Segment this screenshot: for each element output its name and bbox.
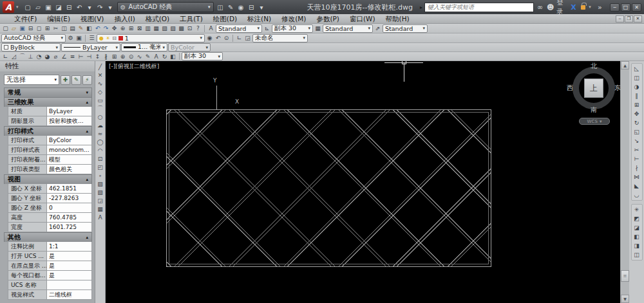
menu-item[interactable]: 格式(O) — [140, 14, 175, 24]
compass-south-label[interactable]: 南 — [591, 106, 597, 115]
property-value[interactable]: 投射和接收... — [47, 116, 91, 125]
dim-diameter-icon[interactable]: ⌀ — [52, 53, 60, 60]
dim-arc-length-icon[interactable]: ⌒ — [18, 53, 26, 60]
region-icon[interactable]: ◲ — [96, 196, 105, 205]
dim-text-edit-icon[interactable]: A — [152, 53, 160, 60]
linetype-combo[interactable]: ByLayer▾ — [61, 43, 120, 51]
plot-icon[interactable]: ⊟ — [64, 3, 74, 12]
save-workspace-icon[interactable]: ▣ — [75, 34, 83, 42]
match-properties-icon[interactable]: ✎ — [77, 24, 85, 32]
redo-arrow-icon[interactable]: ▾ — [106, 3, 115, 12]
section-collapse-icon[interactable]: ▴ — [86, 100, 88, 105]
palette-section-header[interactable]: 三维效果▴ — [4, 97, 92, 107]
selection-combo[interactable]: 无选择▾ — [4, 75, 59, 85]
polygon-icon[interactable]: ◇ — [96, 87, 105, 96]
redo-icon[interactable]: ↷ — [95, 3, 105, 12]
quickcalc-icon[interactable]: ⊡ — [185, 24, 194, 32]
make-object-layer-current-icon[interactable]: ◉ — [205, 34, 214, 42]
gradient-icon[interactable]: ▧ — [96, 188, 105, 196]
scale-icon[interactable]: ◱ — [632, 127, 642, 136]
rectangle-icon[interactable]: ▭ — [96, 96, 105, 104]
zoom-window-icon[interactable]: ⊞ — [127, 24, 135, 32]
line-icon[interactable]: ╱ — [96, 62, 105, 71]
plot-preview-icon[interactable]: ◻ — [35, 24, 43, 32]
lock-dropdown-icon[interactable]: ▾ — [589, 5, 591, 10]
dropdown-arrow-icon[interactable]: ▾ — [257, 3, 267, 12]
layer-combo[interactable]: ● ☀ ⊟ 1 ▾ — [97, 34, 205, 42]
extend-icon[interactable]: ⊢ — [632, 154, 642, 163]
undo-arrow-icon[interactable]: ▾ — [85, 3, 95, 12]
navigation-compass[interactable]: 北 南 西 东 上 — [571, 63, 617, 115]
send-under-objects-icon[interactable]: ◨ — [632, 241, 642, 250]
property-value[interactable]: 1601.725 — [47, 223, 91, 232]
workspace-settings-icon[interactable]: ⚙ — [66, 34, 75, 42]
menu-item[interactable]: 窗口(W) — [345, 14, 381, 24]
mleader-style-combo[interactable]: Standard▾ — [383, 24, 428, 33]
offset-icon[interactable]: ∥ — [632, 91, 642, 100]
dim-update-icon[interactable]: ↻ — [160, 53, 169, 60]
send-to-back-icon[interactable]: ◪ — [632, 223, 642, 232]
viewport-controls-label[interactable]: [-][俯视][二维线框] — [109, 62, 159, 71]
erase-icon[interactable]: ◺ — [632, 64, 642, 73]
text-to-front-icon[interactable]: ◫ — [632, 250, 642, 259]
sign-in-button[interactable]: 登录 — [556, 0, 567, 16]
open-icon[interactable]: ▱ — [33, 3, 43, 12]
menu-item[interactable]: 修改(M) — [276, 14, 311, 24]
property-value[interactable]: 颜色相关 — [47, 165, 91, 174]
menu-item[interactable]: 绘图(D) — [208, 14, 242, 24]
stretch-icon[interactable]: ↘ — [632, 136, 642, 145]
property-value[interactable]: 模型 — [47, 155, 91, 164]
pan-icon[interactable]: ✥ — [110, 24, 118, 32]
ellipse-icon[interactable]: ◯ — [96, 138, 105, 146]
wcs-menu[interactable]: WCS▾ — [579, 118, 610, 125]
save-icon[interactable]: ▣ — [18, 24, 26, 32]
qnew-icon[interactable]: ▢ — [1, 24, 10, 32]
dim-ordinate-icon[interactable]: ⊥ — [26, 53, 35, 60]
property-value[interactable]: -227.8263 — [47, 194, 91, 203]
doc-close-button[interactable]: ✕ — [634, 15, 642, 23]
menu-item[interactable]: 工具(T) — [175, 14, 208, 24]
tool-palettes-icon[interactable]: ▧ — [160, 24, 169, 32]
mtext-icon[interactable]: A — [96, 213, 105, 221]
property-value[interactable]: monochrom... — [47, 145, 91, 154]
dim-radius-icon[interactable]: ◔ — [35, 53, 43, 60]
mleader-style-icon[interactable]: ⇗ — [374, 24, 382, 32]
compass-east-label[interactable]: 东 — [614, 84, 620, 93]
dim-inspect-icon[interactable]: ⊙ — [127, 53, 135, 60]
dim-aligned-icon[interactable]: ◿ — [10, 53, 18, 60]
dim-angular-icon[interactable]: ∠ — [60, 53, 68, 60]
menu-item[interactable]: 帮助(H) — [381, 14, 415, 24]
pencil-icon[interactable]: ✎ — [226, 3, 236, 12]
lock-icon[interactable] — [581, 5, 585, 10]
menu-item[interactable]: 标注(N) — [242, 14, 276, 24]
plot-icon[interactable]: ⊟ — [26, 24, 35, 32]
color-combo[interactable]: ByBlock▾ — [1, 43, 61, 51]
lineweight-combo[interactable]: 1... 毫米▾ — [121, 43, 167, 51]
designcenter-icon[interactable]: ▦ — [152, 24, 160, 32]
layer-properties-icon[interactable]: ☰ — [88, 34, 96, 42]
property-value[interactable]: 二维线框 — [47, 290, 91, 299]
insert-block-icon[interactable]: ⊡ — [96, 154, 105, 163]
zoom-realtime-icon[interactable]: ⊕ — [118, 24, 127, 32]
circle-icon[interactable]: ○ — [96, 113, 105, 121]
eye-icon[interactable]: ◉ — [236, 3, 246, 12]
toggle-pickadd-icon[interactable]: ✚ — [61, 75, 70, 85]
quick-dim-icon[interactable]: ≡ — [68, 53, 77, 60]
hatch-icon[interactable]: ▨ — [96, 179, 105, 188]
autodesk360-icon[interactable]: X — [569, 3, 578, 12]
property-value[interactable] — [47, 280, 91, 289]
layer-states-manager-icon[interactable]: ∟ — [235, 34, 243, 42]
compass-west-label[interactable]: 西 — [567, 84, 573, 93]
center-mark-icon[interactable]: ⊕ — [118, 53, 127, 60]
explode-icon[interactable]: ✳ — [632, 205, 642, 214]
menu-item[interactable]: 编辑(E) — [42, 14, 75, 24]
array-icon[interactable]: ⊞ — [632, 100, 642, 109]
saveas-icon[interactable]: ◪ — [54, 3, 64, 12]
layer-states-combo[interactable]: 未命名▾ — [252, 34, 308, 42]
table-style-combo[interactable]: Standard▾ — [323, 24, 373, 33]
doc-minimize-button[interactable]: ‒ — [616, 15, 624, 23]
block-editor-icon[interactable]: ◧ — [85, 24, 93, 32]
palette-section-header[interactable]: 视图▴ — [4, 174, 92, 184]
menu-item[interactable]: 参数(P) — [311, 14, 345, 24]
join-icon[interactable]: ⋈ — [632, 172, 642, 181]
